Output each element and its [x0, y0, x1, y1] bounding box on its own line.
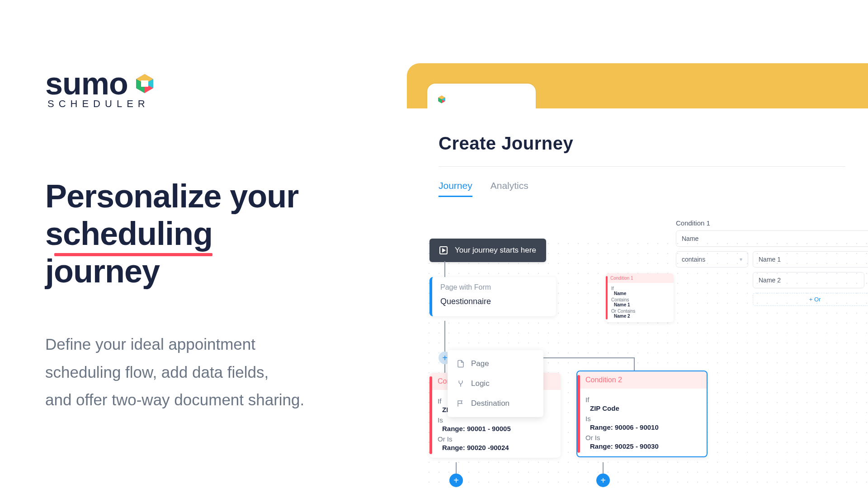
condition-summary-card[interactable]: Condition 1 If Name Contains Name 1 Or C…	[606, 273, 674, 322]
start-node[interactable]: Your journey starts here	[429, 239, 546, 262]
logic-icon	[457, 380, 465, 388]
mini-orcontains-label: Or Contains	[611, 309, 670, 314]
page-node[interactable]: Page with Form Questionnaire	[429, 277, 556, 316]
mini-if-label: If	[611, 286, 670, 291]
brand-name: sumo	[45, 66, 128, 102]
tab-favicon	[437, 95, 446, 104]
stripe	[429, 376, 432, 454]
cond1-oris-label: Or Is	[438, 435, 552, 443]
stripe	[577, 375, 580, 453]
tab-journey[interactable]: Journey	[439, 180, 472, 197]
mini-orcontains-value: Name 2	[614, 314, 670, 319]
cond2-if-label: If	[585, 396, 698, 404]
flag-icon	[457, 399, 465, 408]
page-title: Create Journey	[439, 133, 845, 154]
connector	[634, 357, 635, 371]
page-node-type: Page with Form	[440, 283, 548, 291]
menu-item-logic-label: Logic	[471, 379, 490, 388]
subtabs: Journey Analytics	[439, 180, 845, 197]
headline-line1: Personalize your	[45, 178, 298, 214]
headline-line3: journey	[45, 253, 160, 289]
headline: Personalize your scheduling journey	[45, 178, 380, 290]
menu-item-logic[interactable]: Logic	[448, 374, 543, 394]
add-node-menu: Page Logic Destination	[448, 350, 543, 417]
cond2-if-value: ZIP Code	[590, 404, 698, 412]
connector	[444, 261, 445, 277]
condition-2-card[interactable]: Condition 2 If ZIP Code Is Range: 90006 …	[576, 371, 708, 457]
app-mock: Create Journey Journey Analytics Conditi…	[407, 63, 868, 488]
subtext: Define your ideal appointment scheduling…	[45, 330, 380, 413]
brand-logo: sumo SCHEDULER	[45, 66, 380, 110]
condition-2-title: Condition 2	[577, 371, 707, 389]
brand-sub: SCHEDULER	[47, 98, 380, 110]
brand-hex-icon	[133, 72, 156, 95]
page-icon	[457, 360, 465, 368]
tab-analytics[interactable]: Analytics	[491, 180, 528, 197]
add-after-cond1-button[interactable]: +	[449, 474, 463, 487]
connector	[444, 321, 445, 373]
mini-contains-value: Name 1	[614, 302, 670, 307]
cond1-oris-value: Range: 90020 -90024	[442, 444, 552, 451]
svg-marker-5	[141, 80, 148, 87]
play-icon	[439, 246, 448, 254]
subtext-l2: scheduling flow, add data fields,	[45, 358, 380, 386]
cond1-is-value: Range: 90001 - 90005	[442, 425, 552, 432]
start-label: Your journey starts here	[455, 246, 536, 255]
menu-item-page[interactable]: Page	[448, 354, 543, 374]
cond1-is-label: Is	[438, 416, 552, 424]
editor-title: Condition 1	[676, 219, 868, 227]
menu-item-destination-label: Destination	[471, 399, 509, 408]
cond2-oris-label: Or Is	[585, 434, 698, 441]
cond2-oris-value: Range: 90025 - 90030	[590, 442, 698, 450]
mini-title: Condition 1	[606, 273, 674, 283]
mini-if-value: Name	[614, 291, 670, 296]
cond2-is-value: Range: 90006 - 90010	[590, 423, 698, 431]
menu-item-destination[interactable]: Destination	[448, 394, 543, 413]
headline-underline: scheduling	[45, 215, 212, 253]
subtext-l3: and offer two-way document sharing.	[45, 386, 380, 413]
mini-contains-label: Contains	[611, 297, 670, 302]
subtext-l1: Define your ideal appointment	[45, 330, 380, 358]
menu-item-page-label: Page	[471, 359, 489, 368]
divider	[439, 166, 845, 167]
page-node-value: Questionnaire	[440, 297, 548, 306]
journey-canvas[interactable]: Your journey starts here Page with Form …	[420, 235, 868, 488]
stripe	[606, 276, 608, 319]
cond2-is-label: Is	[585, 415, 698, 422]
add-after-cond2-button[interactable]: +	[596, 474, 610, 487]
